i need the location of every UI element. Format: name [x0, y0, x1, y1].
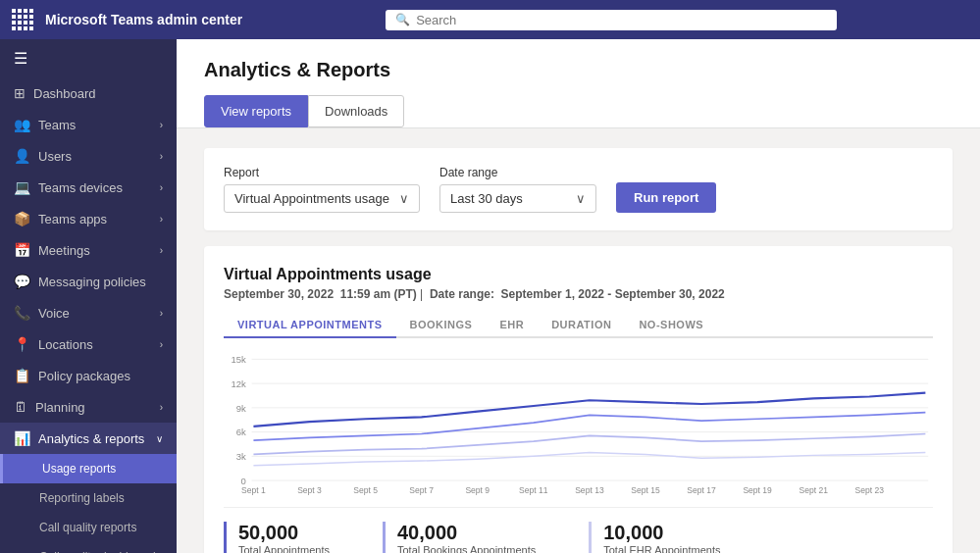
- search-input[interactable]: [416, 13, 827, 27]
- chart-title: Virtual Appointments usage: [224, 266, 933, 283]
- messaging-icon: 💬: [14, 274, 30, 289]
- chevron-icon: ›: [160, 308, 163, 319]
- sidebar-item-teams[interactable]: 👥 Teams ›: [0, 109, 177, 140]
- sidebar-sub-usage-reports[interactable]: Usage reports: [0, 454, 177, 483]
- stat-total-appointments: 50,000 Total Appointments: [224, 522, 353, 553]
- chart-tab-no-shows[interactable]: NO-SHOWS: [625, 313, 717, 338]
- svg-text:15k: 15k: [232, 354, 247, 365]
- sidebar-item-messaging[interactable]: 💬 Messaging policies: [0, 266, 177, 297]
- search-icon: 🔍: [395, 13, 410, 26]
- sidebar-item-locations[interactable]: 📍 Locations ›: [0, 328, 177, 360]
- sidebar-label: Locations: [38, 337, 152, 352]
- chart-tab-bookings[interactable]: BOOKINGS: [396, 313, 487, 338]
- devices-icon: 💻: [14, 179, 30, 195]
- date-label: Date range: [439, 166, 596, 179]
- stat-number: 50,000: [238, 522, 330, 544]
- content-area: Report Virtual Appointments usage ∨ Date…: [177, 128, 980, 553]
- apps-icon: 📦: [14, 211, 30, 226]
- chevron-icon: ›: [160, 151, 163, 162]
- tab-view-reports[interactable]: View reports: [204, 95, 308, 127]
- svg-text:3k: 3k: [236, 451, 246, 462]
- sidebar-item-analytics[interactable]: 📊 Analytics & reports ∨: [0, 423, 177, 454]
- stats-row: 50,000 Total Appointments 40,000 Total B…: [224, 507, 933, 553]
- sidebar-label: Planning: [35, 400, 152, 415]
- chart-tab-ehr[interactable]: EHR: [486, 313, 538, 338]
- report-control-group: Report Virtual Appointments usage ∨: [224, 166, 420, 213]
- chevron-icon: ›: [160, 214, 163, 225]
- sidebar-item-teams-devices[interactable]: 💻 Teams devices ›: [0, 172, 177, 203]
- chart-time: 11:59 am (PT): [340, 287, 417, 301]
- stat-label: Total Bookings Appointments: [397, 544, 536, 553]
- chevron-icon: ›: [160, 402, 163, 413]
- sidebar-item-meetings[interactable]: 📅 Meetings ›: [0, 234, 177, 266]
- report-label: Report: [224, 166, 420, 179]
- chart-tab-duration[interactable]: DURATION: [538, 313, 625, 338]
- sidebar-item-dashboard[interactable]: ⊞ Dashboard: [0, 77, 177, 109]
- svg-text:Sept 23: Sept 23: [855, 485, 885, 495]
- sidebar-sub-reporting-labels[interactable]: Reporting labels: [0, 483, 177, 513]
- sidebar-label: Teams devices: [38, 180, 152, 195]
- stat-total-ehr: 10,000 Total EHR Appointments: [589, 522, 744, 553]
- sidebar-item-voice[interactable]: 📞 Voice ›: [0, 297, 177, 328]
- meetings-icon: 📅: [14, 242, 30, 258]
- chart-tabs: VIRTUAL APPOINTMENTS BOOKINGS EHR DURATI…: [224, 313, 933, 338]
- sidebar-sub-call-quality-reports[interactable]: Call quality reports: [0, 513, 177, 542]
- app-title: Microsoft Teams admin center: [45, 12, 242, 27]
- svg-text:6k: 6k: [236, 427, 246, 437]
- main-header: Analytics & Reports View reports Downloa…: [177, 39, 980, 128]
- sidebar-item-teams-apps[interactable]: 📦 Teams apps ›: [0, 203, 177, 234]
- analytics-icon: 📊: [14, 430, 30, 446]
- chevron-icon: ›: [160, 120, 163, 130]
- chart-svg: 15k 12k 9k 6k 3k 0: [224, 348, 933, 500]
- users-icon: 👤: [14, 148, 30, 164]
- chart-tab-virtual-appointments[interactable]: VIRTUAL APPOINTMENTS: [224, 313, 396, 338]
- sidebar-label: Policy packages: [38, 369, 163, 383]
- chart-subtitle: September 30, 2022 11:59 am (PT) | Date …: [224, 287, 933, 301]
- svg-text:Sept 3: Sept 3: [297, 485, 322, 495]
- stat-number: 40,000: [397, 522, 536, 544]
- sidebar-sub-call-quality-dashboard[interactable]: Call quality dashboard: [0, 542, 177, 553]
- search-box[interactable]: 🔍: [386, 10, 837, 30]
- chevron-icon: ›: [160, 182, 163, 193]
- svg-text:Sept 7: Sept 7: [409, 485, 434, 495]
- svg-text:Sept 21: Sept 21: [799, 485, 828, 495]
- run-report-button[interactable]: Run report: [616, 182, 716, 213]
- report-select[interactable]: Virtual Appointments usage ∨: [224, 184, 420, 213]
- svg-text:Sept 1: Sept 1: [241, 485, 266, 495]
- date-select[interactable]: Last 30 days ∨: [439, 184, 596, 213]
- sidebar-label: Analytics & reports: [38, 431, 148, 446]
- chevron-icon: ›: [160, 339, 163, 350]
- hamburger-icon[interactable]: ☰: [0, 39, 177, 77]
- chart-svg-wrapper: 15k 12k 9k 6k 3k 0: [224, 348, 933, 503]
- chevron-icon: ›: [160, 245, 163, 256]
- policy-icon: 📋: [14, 368, 30, 383]
- tab-downloads[interactable]: Downloads: [308, 95, 404, 127]
- svg-text:Sept 13: Sept 13: [575, 485, 604, 495]
- chart-date-range-label: Date range:: [430, 287, 494, 301]
- report-controls: Report Virtual Appointments usage ∨ Date…: [204, 148, 953, 230]
- sidebar-label: Usage reports: [42, 462, 163, 476]
- sidebar-item-planning[interactable]: 🗓 Planning ›: [0, 391, 177, 423]
- sidebar-item-users[interactable]: 👤 Users ›: [0, 140, 177, 172]
- stat-label: Total EHR Appointments: [603, 544, 720, 553]
- sidebar-item-policy-packages[interactable]: 📋 Policy packages: [0, 360, 177, 391]
- stat-total-bookings: 40,000 Total Bookings Appointments: [383, 522, 559, 553]
- svg-text:Sept 5: Sept 5: [353, 485, 378, 495]
- date-control-group: Date range Last 30 days ∨: [439, 166, 596, 213]
- svg-text:Sept 17: Sept 17: [687, 485, 716, 495]
- topbar: Microsoft Teams admin center 🔍: [0, 0, 980, 39]
- sidebar-label: Messaging policies: [38, 275, 163, 289]
- svg-text:Sept 19: Sept 19: [743, 485, 772, 495]
- sidebar-label: Voice: [38, 306, 152, 321]
- date-value: Last 30 days: [450, 191, 523, 206]
- svg-text:9k: 9k: [236, 403, 246, 414]
- sidebar-label: Teams apps: [38, 212, 152, 226]
- svg-text:Sept 11: Sept 11: [519, 485, 548, 495]
- planning-icon: 🗓: [14, 399, 27, 415]
- main-content: Analytics & Reports View reports Downloa…: [177, 39, 980, 553]
- grid-icon[interactable]: [12, 9, 33, 30]
- sidebar-label: Users: [38, 149, 152, 164]
- dropdown-arrow-icon: ∨: [576, 191, 586, 206]
- chart-date: September 30, 2022: [224, 287, 334, 301]
- sidebar-label: Teams: [38, 118, 152, 132]
